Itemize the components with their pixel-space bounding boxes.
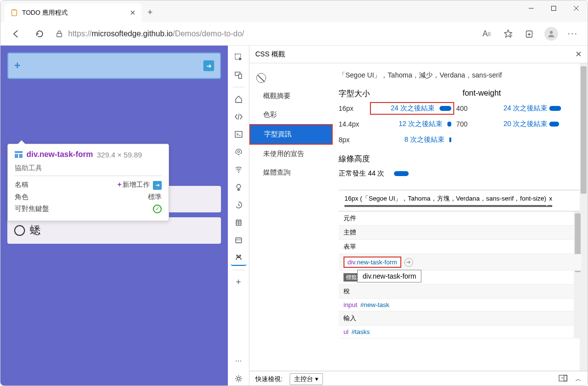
welcome-icon[interactable] <box>231 91 246 107</box>
close-window-button[interactable] <box>565 0 588 16</box>
svg-rect-3 <box>552 6 556 11</box>
elements-tab[interactable]: 16px (「Segoe UI」，Tahoma，方塊，Verdana，sans-… <box>339 190 582 211</box>
nav-summary[interactable]: 概觀摘要 <box>249 87 333 105</box>
collections-icon[interactable] <box>523 27 537 41</box>
svg-rect-36 <box>564 375 567 381</box>
tooltip-role-label: 角色 <box>15 193 28 202</box>
check-icon: ✓ <box>153 205 162 213</box>
element-row[interactable]: div.new-task-form➔ <box>339 254 582 271</box>
svg-rect-1 <box>13 9 16 11</box>
element-row[interactable]: 輸入 <box>339 311 582 326</box>
submit-arrow-icon[interactable]: ➔ <box>203 60 214 71</box>
tab-close-icon[interactable]: ✕ <box>130 9 136 17</box>
element-row[interactable]: ul#tasks <box>339 326 582 338</box>
font-size-heading: 字型大小 <box>339 89 458 99</box>
window-controls <box>520 0 588 16</box>
settings-icon[interactable] <box>231 371 246 386</box>
svg-text:+: + <box>510 33 513 38</box>
devtools: + ··· CSS 概觀 ✕ 概觀摘要 色彩 字型資訊 未使用的宣告 媒體查詢 <box>228 46 588 386</box>
element-inspect-tooltip: div.new-task-form 329.4 × 59.89 協助工具 名稱 … <box>7 144 169 221</box>
bar-icon <box>449 137 451 142</box>
minimize-button[interactable] <box>520 0 542 16</box>
bar-icon <box>549 122 559 127</box>
more-tools-icon[interactable]: ··· <box>231 353 246 369</box>
favorite-icon[interactable]: + <box>501 27 515 41</box>
inspect-icon[interactable] <box>231 50 246 65</box>
console-icon[interactable] <box>231 127 246 142</box>
elements-icon[interactable] <box>231 109 246 125</box>
back-button[interactable] <box>8 26 24 42</box>
read-aloud-icon[interactable]: A)) <box>480 27 493 41</box>
add-tool-icon[interactable]: + <box>231 274 246 290</box>
nav-unused[interactable]: 未使用的宣告 <box>249 145 333 163</box>
performance-icon[interactable] <box>231 180 246 195</box>
svg-rect-14 <box>19 154 23 158</box>
devtools-close-icon[interactable]: ✕ <box>575 50 582 59</box>
svg-rect-35 <box>559 375 567 381</box>
plus-icon: + <box>14 59 21 72</box>
tooltip-a11y-label: 協助工具 <box>15 164 162 173</box>
font-size-link[interactable]: 8 次之後結束 <box>373 135 446 144</box>
font-weight-link[interactable]: 24 次之後結束 <box>486 104 549 113</box>
tooltip-dimensions: 329.4 × 59.89 <box>97 151 142 159</box>
task-checkbox[interactable] <box>14 225 25 236</box>
css-overview-icon[interactable] <box>231 250 246 266</box>
font-size-link[interactable]: 24 次之後結束 <box>373 104 437 113</box>
devtools-title: CSS 概觀 <box>255 50 575 59</box>
font-size-link[interactable]: 12 次之後結束 <box>373 120 444 129</box>
memory-icon[interactable] <box>231 197 246 213</box>
profile-avatar[interactable] <box>544 27 558 41</box>
network-icon[interactable] <box>231 162 246 178</box>
clear-icon[interactable] <box>256 73 266 83</box>
chevron-up-icon[interactable]: ︿ <box>575 375 582 384</box>
lock-icon <box>55 30 63 38</box>
bar-icon <box>440 106 451 111</box>
element-row[interactable]: 稅 <box>339 284 582 299</box>
window-titlebar: TODO 應用程式 ✕ + <box>0 0 588 22</box>
nav-fonts[interactable]: 字型資訊 <box>249 124 333 145</box>
font-weight-label: 400 <box>451 104 486 112</box>
task-text: 蟋 <box>30 223 41 238</box>
elements-list: 元件主體表單div.new-task-form➔標籤div.new-task-f… <box>339 211 582 338</box>
elements-header: 元件 <box>339 211 582 226</box>
tooltip-role-value: 標準 <box>148 193 162 202</box>
browser-tab[interactable]: TODO 應用程式 ✕ <box>4 3 142 22</box>
line-height-heading: 線條高度 <box>339 154 582 164</box>
chevron-down-icon: ▾ <box>315 375 318 383</box>
application-icon[interactable] <box>231 215 246 231</box>
font-size-label: 16px <box>339 104 373 112</box>
sources-icon[interactable] <box>231 144 246 160</box>
element-row[interactable]: 標籤div.new-task-form <box>339 271 582 284</box>
font-weight-label: 700 <box>451 120 486 128</box>
new-tab-button[interactable]: + <box>142 3 159 22</box>
tooltip-name-value: +新增工作➔ <box>118 180 162 190</box>
tooltip-name-label: 名稱 <box>15 180 28 190</box>
tooltip-focus-label: 可對焦鍵盤 <box>15 205 49 213</box>
dock-icon[interactable] <box>559 375 567 384</box>
element-row[interactable]: input#new-task <box>339 299 582 311</box>
nav-colors[interactable]: 色彩 <box>249 105 333 124</box>
devtools-sidebar: + ··· <box>228 46 249 386</box>
footer-select[interactable]: 主控台 ▾ <box>290 373 323 385</box>
device-icon[interactable] <box>231 67 246 83</box>
address-bar: https://microsoftedge.github.io/Demos/de… <box>0 22 588 46</box>
goto-icon[interactable]: ➔ <box>404 258 413 267</box>
nav-media[interactable]: 媒體查詢 <box>249 163 333 182</box>
menu-icon[interactable]: ··· <box>566 27 580 41</box>
security-icon[interactable] <box>231 232 246 248</box>
font-weight-heading: font-weight <box>458 89 582 99</box>
task-item[interactable]: 蟋 <box>7 217 221 244</box>
refresh-button[interactable] <box>32 26 48 42</box>
element-row[interactable]: 主體 <box>339 226 582 240</box>
element-row[interactable]: 表單 <box>339 240 582 254</box>
new-task-form[interactable]: + ➔ <box>7 52 221 79</box>
bar-icon <box>549 106 561 111</box>
devtools-header: CSS 概觀 ✕ <box>249 46 588 63</box>
maximize-button[interactable] <box>542 0 565 16</box>
page-content: + ➔ div.new-task-form 329.4 × 59.89 協助工具… <box>0 46 228 386</box>
font-weight-link[interactable]: 20 次之後結束 <box>486 120 549 129</box>
svg-rect-13 <box>15 154 18 158</box>
svg-rect-17 <box>239 74 242 78</box>
url-box[interactable]: https://microsoftedge.github.io/Demos/de… <box>55 26 472 42</box>
tooltip-element-name: div.new-task-form <box>26 150 93 159</box>
